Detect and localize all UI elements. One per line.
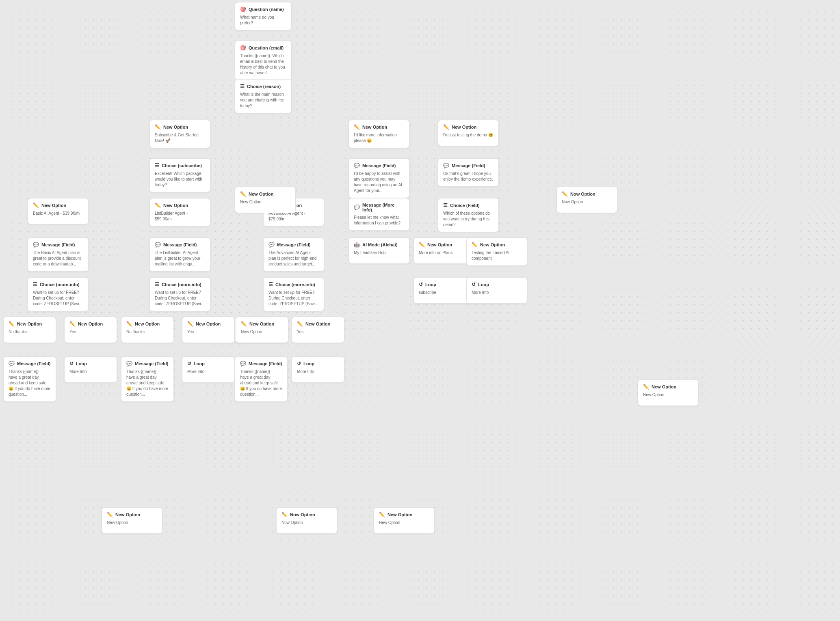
node-body-msg-field-listbuilder: The ListBuilder AI Agent plan is great t… [155,250,205,267]
node-label-new-opt-nothanks-2: New Option [135,321,160,326]
node-new-opt-testing[interactable]: ✏️New OptionTesting the trained AI compo… [466,237,527,266]
node-body-new-opt-951: New Option [379,520,429,526]
node-label-choice-reason: Choice (reason) [247,84,281,89]
node-label-new-opt-nothanks-1: New Option [17,321,42,326]
node-label-new-opt-951: New Option [388,512,412,517]
node-body-new-opt-info: I'd like more information please 😊 [354,132,404,144]
node-msg-more-info[interactable]: 💬Message (More Info)Please let me know w… [349,198,409,231]
node-new-opt-listbuilder[interactable]: ✏️New OptionListBuilder Agent - $59.90/m [149,198,210,226]
node-new-opt-1258[interactable]: ✏️New OptionNew Option [102,507,162,534]
node-body-msg-more-info: Please let me know what information I ca… [354,215,404,226]
new-option-icon: ✏️ [379,512,385,518]
question-icon: 🎯 [240,6,246,12]
node-loop-moreinfo[interactable]: ↺LoopMore Info [466,277,527,304]
node-label-new-opt-1618: New Option [652,384,676,389]
node-body-new-opt-615: New Option [241,329,283,335]
new-option-icon: ✏️ [419,242,425,248]
node-new-opt-608[interactable]: ✏️New OptionNew Option [235,187,296,213]
question-icon: 🎯 [240,45,246,51]
node-q-email[interactable]: 🎯Question (email)Thanks {{name}}. Which … [235,41,292,80]
choice-icon: ☰ [155,282,159,287]
new-option-icon: ✏️ [240,191,246,197]
node-choice-moreinfo-1[interactable]: ☰Choice (more-info)Want to set up for FR… [28,277,89,311]
message-icon: 💬 [354,163,360,168]
node-label-msg-field-advanced: Message (Field) [277,242,311,247]
node-body-loop-moreinfo-1: More Info [69,369,112,375]
loop-icon: ↺ [187,361,191,367]
node-new-opt-615[interactable]: ✏️New OptionNew Option [236,317,288,343]
node-new-opt-now[interactable]: ✏️Now OptionNow Option [276,507,337,534]
node-body-msg-field-info: I'd be happy to assist with any question… [354,171,404,194]
node-body-choice-moreinfo-3: Want to set up for FREE? During Checkout… [268,290,319,307]
node-choice-moreinfo-3[interactable]: ☰Choice (more-info)Want to set up for FR… [263,277,324,311]
node-loop-moreinfo-3[interactable]: ↺LoopMore Info [292,356,344,383]
node-body-new-opt-plans: More info on Plans [419,250,469,256]
node-label-new-opt-listbuilder: New Option [163,203,188,208]
choice-icon: ☰ [155,163,159,168]
node-body-new-opt-yes-3: Yes [297,329,339,335]
node-choice-subscribe[interactable]: ☰Choice (subscribe)Excellent! Which pack… [149,158,210,192]
new-option-icon: ✏️ [472,242,478,248]
node-body-new-opt-demo: I'm just testing the demo 😄 [443,132,494,138]
node-label-loop-moreinfo-1: Loop [76,361,87,366]
message-icon: 💬 [268,242,275,248]
new-option-icon: ✏️ [562,191,568,197]
node-q-name[interactable]: 🎯Question (name)What name do you prefer? [235,2,292,30]
new-option-icon: ✏️ [155,124,161,130]
new-option-icon: ✏️ [69,321,76,327]
node-msg-field-demo[interactable]: 💬Message (Field)Ok that's great! I hope … [438,158,499,187]
node-label-new-opt-info: New Option [362,125,387,129]
node-new-opt-nothanks-1[interactable]: ✏️New OptionNo thanks [3,317,56,343]
node-label-msg-thanks-3: Message (Field) [249,361,282,366]
node-loop-moreinfo-1[interactable]: ↺LoopMore Info [64,356,117,383]
node-msg-field-basic[interactable]: 💬Message (Field)The Basic AI Agent plan … [28,237,89,272]
node-msg-field-advanced[interactable]: 💬Message (Field)The Advanced AI Agent pl… [263,237,324,272]
node-body-choice-moreinfo-2: Want to set up for FREE? During Checkout… [155,290,205,307]
node-loop-moreinfo-2[interactable]: ↺LoopMore Info [182,356,235,383]
node-new-opt-1403[interactable]: ✏️Now OptionNow Option [556,187,617,213]
node-label-new-opt-demo: New Option [452,125,476,129]
node-new-opt-1618[interactable]: ✏️New OptionNew Option [638,380,699,406]
node-new-opt-yes-3[interactable]: ✏️New OptionYes [292,317,344,343]
node-label-q-email: Question (email) [249,45,284,50]
node-label-new-opt-1403: Now Option [570,192,595,196]
node-body-loop-moreinfo-3: More Info [297,369,339,375]
node-body-msg-thanks-3: Thanks {{name}} - have a great day ahead… [240,369,282,397]
new-option-icon: ✏️ [187,321,193,327]
node-msg-field-info[interactable]: 💬Message (Field)I'd be happy to assist w… [349,158,409,198]
node-label-new-opt-yes-1: New Option [78,321,103,326]
node-new-opt-subscribe[interactable]: ✏️New OptionSubscribe & Get Started Now!… [149,120,210,148]
ai-mode-icon: 🤖 [354,242,360,248]
node-choice-field[interactable]: ☰Choice (Field)Which of these options do… [438,198,499,232]
node-new-opt-951[interactable]: ✏️New OptionNew Option [374,507,435,534]
node-msg-thanks-1[interactable]: 💬Message (Field)Thanks {{name}} - have a… [3,356,56,402]
node-msg-thanks-3[interactable]: 💬Message (Field)Thanks {{name}} - have a… [235,356,288,402]
node-new-opt-demo[interactable]: ✏️New OptionI'm just testing the demo 😄 [438,120,499,146]
node-body-choice-reason: What is the main reason you are chatting… [240,92,286,109]
node-label-new-opt-yes-2: New Option [196,321,221,326]
node-new-opt-yes-2[interactable]: ✏️New OptionYes [182,317,235,343]
node-body-choice-subscribe: Excellent! Which package would you like … [155,171,205,188]
node-new-opt-plans[interactable]: ✏️New OptionMore info on Plans [414,237,474,264]
node-msg-field-listbuilder[interactable]: 💬Message (Field)The ListBuilder AI Agent… [149,237,210,272]
node-label-choice-field: Choice (Field) [450,203,480,208]
node-label-msg-field-info: Message (Field) [362,163,396,168]
node-new-opt-info[interactable]: ✏️New OptionI'd like more information pl… [349,120,409,148]
node-new-opt-nothanks-2[interactable]: ✏️New OptionNo thanks [121,317,174,343]
node-label-new-opt-testing: New Option [480,242,505,247]
node-msg-thanks-2[interactable]: 💬Message (Field)Thanks {{name}} - have a… [121,356,174,402]
node-loop-subscribe[interactable]: ↺Loopsubscribe [414,277,474,304]
node-choice-reason[interactable]: ☰Choice (reason)What is the main reason … [235,79,292,113]
node-ai-mode[interactable]: 🤖AI Mode (AIchat)My LeadGen Hub [349,237,409,264]
node-label-loop-moreinfo-3: Loop [303,361,314,366]
node-choice-moreinfo-2[interactable]: ☰Choice (more-info)Want to set up for FR… [149,277,210,311]
node-body-new-opt-now: Now Option [281,520,332,526]
loop-icon: ↺ [69,361,74,367]
node-new-opt-basic[interactable]: ✏️New OptionBasic AI Agent - $39.90/m [28,198,89,224]
node-body-new-opt-basic: Basic AI Agent - $39.90/m [33,211,83,216]
node-new-opt-yes-1[interactable]: ✏️New OptionYes [64,317,117,343]
new-option-icon: ✏️ [107,512,113,518]
node-label-choice-moreinfo-1: Choice (more-info) [40,282,80,287]
node-label-choice-moreinfo-2: Choice (more-info) [162,282,201,287]
node-label-msg-field-basic: Message (Field) [41,242,75,247]
